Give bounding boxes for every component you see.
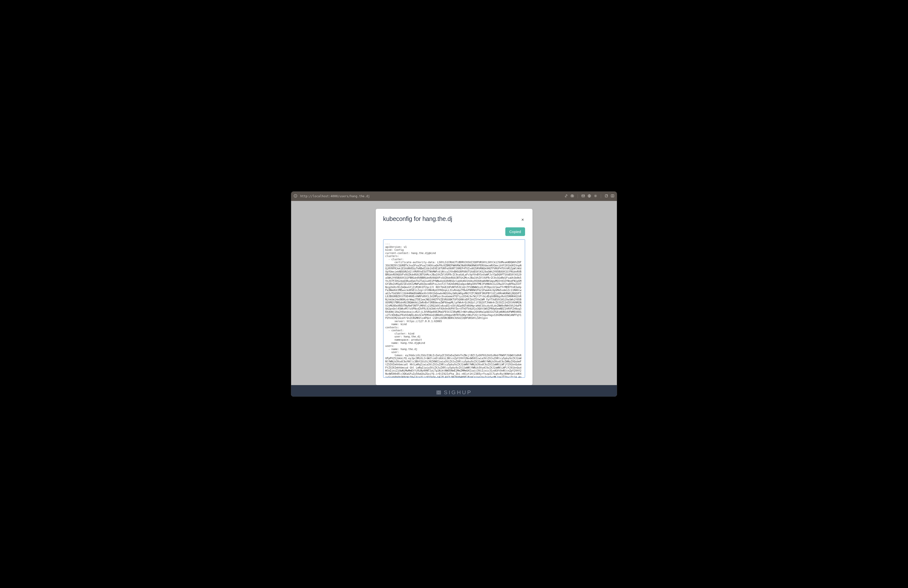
modal-title: kubeconfig for hang.the.dj <box>383 215 452 222</box>
svg-rect-14 <box>437 392 441 393</box>
modal-actions: Copied <box>383 227 525 236</box>
close-button[interactable]: × <box>520 217 525 223</box>
svg-point-2 <box>295 195 296 195</box>
kubeconfig-modal: kubeconfig for hang.the.dj × Copied --- … <box>376 209 533 385</box>
svg-point-4 <box>572 195 573 196</box>
info-icon[interactable] <box>294 194 297 198</box>
browser-window: http://localhost:4000/users/hang.the.dj <box>291 191 617 397</box>
modal-header: kubeconfig for hang.the.dj × <box>383 215 525 223</box>
address-bar-url[interactable]: http://localhost:4000/users/hang.the.dj <box>300 195 562 198</box>
browser-titlebar: http://localhost:4000/users/hang.the.dj <box>291 192 617 201</box>
inbox-icon[interactable] <box>581 194 585 199</box>
brand-logo-icon <box>436 390 441 395</box>
svg-rect-12 <box>437 391 438 391</box>
svg-point-8 <box>595 195 596 196</box>
copy-button[interactable]: Copied <box>506 227 525 236</box>
titlebar-actions <box>564 194 614 199</box>
globe-icon[interactable] <box>588 194 591 199</box>
camera-icon[interactable] <box>570 194 574 199</box>
svg-rect-15 <box>437 393 438 394</box>
panels-icon[interactable] <box>611 194 614 199</box>
kubeconfig-textarea[interactable]: --- apiVersion: v1 kind: Config current-… <box>383 240 525 378</box>
svg-rect-6 <box>582 195 584 197</box>
page-footer: SIGHUP <box>291 385 617 397</box>
export-icon[interactable] <box>605 194 608 199</box>
brand-logo-text: SIGHUP <box>444 389 472 396</box>
page-viewport: kubeconfig for hang.the.dj × Copied --- … <box>291 201 617 397</box>
svg-rect-13 <box>439 391 441 391</box>
svg-rect-16 <box>439 393 441 394</box>
page-body: kubeconfig for hang.the.dj × Copied --- … <box>291 201 617 385</box>
gear-icon[interactable] <box>594 194 597 199</box>
link-icon[interactable] <box>564 194 568 199</box>
